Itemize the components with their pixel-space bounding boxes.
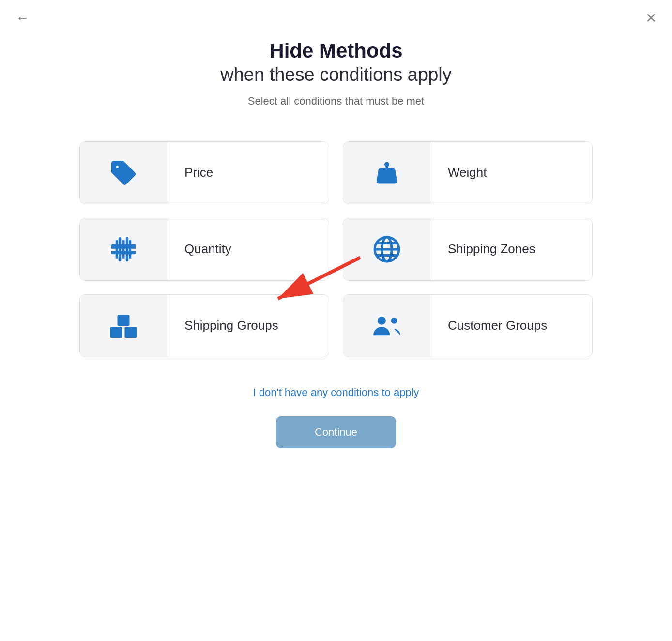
svg-point-9: [391, 318, 397, 324]
back-button[interactable]: ←: [15, 12, 29, 25]
page-description: Select all conditions that must be met: [220, 95, 451, 107]
conditions-grid: Price Weight Quantity: [79, 141, 593, 357]
page-header: Hide Methods when these conditions apply…: [220, 39, 451, 107]
people-icon: [372, 311, 401, 340]
svg-rect-5: [110, 327, 122, 338]
card-shipping-zones[interactable]: Shipping Zones: [343, 218, 593, 281]
price-label: Price: [167, 165, 329, 180]
weight-icon-area: [343, 142, 430, 204]
customer-groups-label: Customer Groups: [430, 318, 592, 333]
shipping-zones-label: Shipping Zones: [430, 242, 592, 257]
quantity-icon: [109, 235, 138, 264]
quantity-icon-area: [80, 218, 167, 280]
shipping-zones-icon-area: [343, 218, 430, 280]
svg-rect-6: [124, 327, 137, 338]
card-quantity[interactable]: Quantity: [79, 218, 329, 281]
back-arrow-icon: ←: [15, 11, 29, 26]
price-tag-icon: [109, 158, 138, 187]
customer-groups-icon-area: [343, 295, 430, 357]
svg-rect-7: [117, 315, 129, 326]
card-weight[interactable]: Weight: [343, 141, 593, 204]
weight-icon: [372, 158, 401, 187]
card-price[interactable]: Price: [79, 141, 329, 204]
card-shipping-groups[interactable]: Shipping Groups: [79, 294, 329, 357]
card-customer-groups[interactable]: Customer Groups: [343, 294, 593, 357]
svg-point-8: [377, 316, 385, 324]
boxes-icon: [109, 311, 138, 340]
close-icon: ✕: [645, 11, 657, 26]
continue-button[interactable]: Continue: [276, 416, 396, 448]
weight-label: Weight: [430, 165, 592, 180]
page-subtitle: when these conditions apply: [220, 63, 451, 87]
page-title: Hide Methods: [220, 39, 451, 63]
close-button[interactable]: ✕: [645, 12, 657, 25]
shipping-groups-label: Shipping Groups: [167, 318, 329, 333]
quantity-label: Quantity: [167, 242, 329, 257]
globe-icon: [372, 235, 401, 264]
no-conditions-link[interactable]: I don't have any conditions to apply: [253, 386, 419, 399]
price-icon-area: [80, 142, 167, 204]
shipping-groups-icon-area: [80, 295, 167, 357]
